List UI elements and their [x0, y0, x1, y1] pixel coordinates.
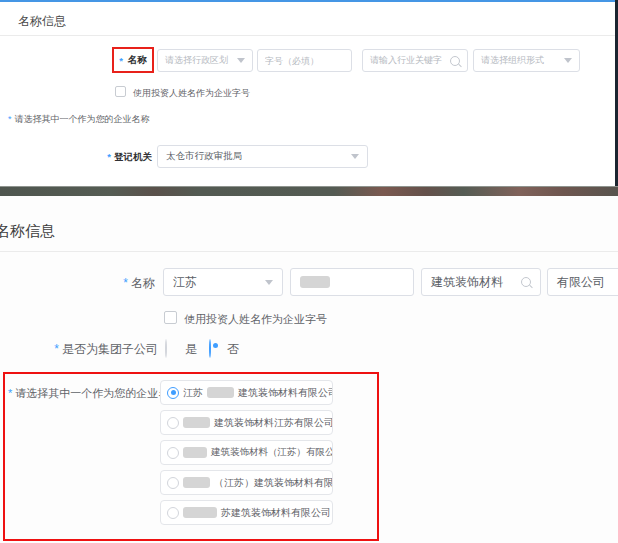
investor-checkbox-label: 使用投资人姓名作为企业字号	[133, 87, 250, 100]
orgform-select[interactable]: 请选择组织形式	[473, 49, 580, 72]
industry-keyword-input[interactable]: 请输入行业关键字	[362, 49, 468, 72]
company-name-option[interactable]: （江苏）建筑装饰材料有限公司	[160, 470, 333, 495]
divider	[0, 35, 615, 36]
required-asterisk: *	[8, 387, 12, 399]
redaction-blob	[183, 447, 207, 458]
option-text: 建筑装饰材料（江苏）有限公司	[211, 446, 333, 459]
orgform-select[interactable]: 有限公司	[547, 268, 618, 296]
search-icon	[450, 56, 460, 66]
tradename-input[interactable]	[257, 49, 352, 72]
background-photo-strip	[0, 186, 618, 196]
redaction-blob	[207, 387, 234, 398]
company-name-option[interactable]: 建筑装饰材料（江苏）有限公司	[160, 440, 333, 465]
search-icon	[521, 277, 531, 287]
chevron-down-icon	[564, 58, 572, 63]
investor-name-checkbox[interactable]	[115, 86, 126, 97]
group-no-label: 否	[227, 341, 239, 358]
redaction-blob	[183, 417, 210, 428]
region-select-value: 江苏	[173, 274, 197, 291]
name-label: *名称	[100, 275, 155, 292]
option-text: 苏建筑装饰材料有限公司	[221, 506, 331, 520]
company-name-option[interactable]: 苏建筑装饰材料有限公司	[160, 500, 333, 525]
chevron-down-icon	[265, 280, 273, 285]
industry-input-value: 建筑装饰材料	[431, 274, 503, 291]
divider	[0, 251, 618, 252]
option-radio[interactable]	[167, 507, 179, 519]
page: 名称信息 *名称 请选择行政区划 请输入行业关键字 请选择组织形式 使用投资人姓…	[0, 0, 618, 543]
region-select-placeholder: 请选择行政区划	[165, 54, 228, 67]
redaction-blob	[183, 477, 210, 488]
company-name-option[interactable]: 江苏 建筑装饰材料有限公司	[160, 380, 333, 405]
chevron-down-icon	[237, 58, 245, 63]
redaction-blob	[183, 507, 217, 518]
option-radio[interactable]	[167, 477, 179, 489]
registry-select-value: 太仓市行政审批局	[166, 150, 242, 163]
industry-input-placeholder: 请输入行业关键字	[370, 54, 442, 67]
option-radio[interactable]	[167, 387, 179, 399]
panel-title: 名称信息	[18, 13, 66, 30]
panel-title: 名称信息	[0, 222, 55, 241]
group-subsidiary-label: *是否为集团子公司	[40, 341, 158, 358]
option-text: 建筑装饰材料有限公司	[238, 386, 333, 400]
company-name-option[interactable]: 建筑装饰材料江苏有限公司	[160, 410, 333, 435]
redaction-blob	[300, 276, 330, 288]
option-text: 江苏	[183, 386, 203, 400]
chevron-down-icon	[351, 154, 359, 159]
required-asterisk: *	[8, 114, 12, 124]
name-info-panel-top: 名称信息 *名称 请选择行政区划 请输入行业关键字 请选择组织形式 使用投资人姓…	[0, 0, 615, 186]
option-text: （江苏）建筑装饰材料有限公司	[214, 476, 333, 490]
required-asterisk: *	[123, 276, 128, 290]
orgform-select-value: 有限公司	[557, 274, 605, 291]
investor-checkbox-label: 使用投资人姓名作为企业字号	[184, 312, 327, 327]
region-select[interactable]: 请选择行政区划	[157, 49, 253, 72]
option-text: 建筑装饰材料江苏有限公司	[214, 416, 333, 430]
group-no-radio[interactable]	[209, 339, 211, 358]
required-asterisk: *	[119, 55, 123, 66]
name-label: 名称	[128, 54, 147, 67]
tradename-input-field[interactable]	[265, 56, 344, 66]
choose-name-label: *请选择其中一个作为您的企业名称	[8, 386, 180, 401]
investor-name-checkbox[interactable]	[164, 311, 177, 324]
choose-name-label: *请选择其中一个作为您的企业名称	[8, 113, 150, 126]
required-asterisk: *	[54, 342, 59, 356]
option-radio[interactable]	[167, 447, 179, 459]
group-yes-radio[interactable]	[165, 339, 167, 358]
tradename-input-redacted[interactable]	[290, 268, 414, 296]
orgform-select-placeholder: 请选择组织形式	[481, 54, 544, 67]
registry-label: *登记机关	[70, 151, 152, 164]
required-asterisk: *	[107, 151, 111, 162]
region-select[interactable]: 江苏	[163, 268, 283, 296]
name-label-highlight: *名称	[112, 47, 154, 73]
registry-select[interactable]: 太仓市行政审批局	[157, 145, 368, 168]
industry-keyword-input[interactable]: 建筑装饰材料	[421, 268, 541, 296]
option-radio[interactable]	[167, 417, 179, 429]
group-yes-label: 是	[185, 341, 197, 358]
